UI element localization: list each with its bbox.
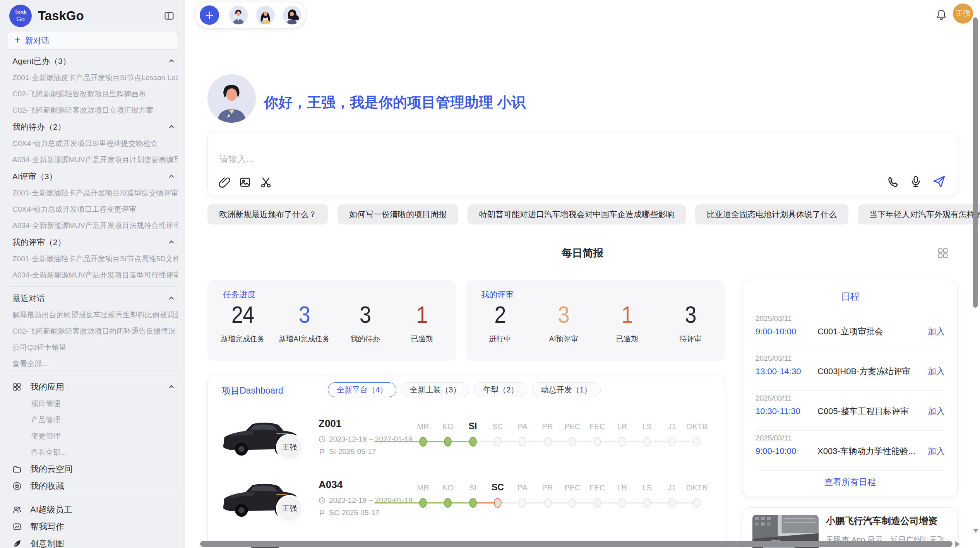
stat-review-overdue: 1 已逾期 [606,304,648,344]
divider [8,286,177,287]
app-item-change[interactable]: 变更管理 [7,428,178,444]
daily-briefing-title: 每日简报 [207,246,958,260]
scissors-icon[interactable] [260,176,272,188]
layout-grid-icon[interactable] [937,247,949,259]
stat-label: 待评审 [669,334,712,344]
new-chat-button[interactable]: + 新对话 [7,32,178,50]
horizontal-scrollbar[interactable] [200,541,953,547]
milestone-label: PEC [564,483,580,492]
milestone-label: SI [469,483,476,492]
my-apps-label: 我的应用 [30,381,64,393]
plus-icon: + [14,35,21,45]
sidebar-item[interactable]: A034-全新新能源MUV产品开发项目计划变更表编写 [7,152,178,168]
sidebar-item-write-helper[interactable]: 帮我写作 [7,518,178,535]
sidebar-item-cloud-space[interactable]: 我的云空间 [7,461,178,478]
stat-pending-review: 3 待评审 [669,304,712,344]
agent-avatar[interactable] [256,6,275,24]
sidebar-item[interactable]: Z001-全新燃油皮卡产品开发项目SI节点Lesson Learn报告 [7,70,178,86]
tab-powertrain[interactable]: 动总开发（1） [532,382,600,397]
microphone-icon[interactable] [910,175,922,188]
join-link[interactable]: 加入 [928,406,945,417]
recent-item[interactable]: C02-飞腾新能源轻客改款项目的闭环通告反馈情况 [7,323,178,339]
sidebar-section-my-todo[interactable]: 我的待办（2） [7,118,178,135]
sidebar-item[interactable]: Z001-全新燃油轻卡产品开发项目SI造型提交物评审 [7,185,178,201]
chat-input[interactable] [219,154,761,164]
dashboard-title: 项目Dashboard [222,385,283,397]
section-count: （3） [50,56,71,67]
app-item-project[interactable]: 项目管理 [7,396,178,412]
vertical-scrollbar[interactable] [973,17,978,308]
divider [8,498,177,498]
milestone-label: PA [518,483,528,492]
suggestion-chip[interactable]: 如何写一份清晰的项目周报 [338,204,458,224]
suggestion-chip[interactable]: 特朗普可能对进口汽车增税会对中国车企造成哪些影响 [468,204,686,224]
sidebar-item[interactable]: A034-全新新能源MUV产品开发项目造型可行性评审 [7,267,178,283]
schedule-date: 2025/03/11 [756,394,792,402]
sidebar-item[interactable]: C0X4-动力总成开发项目SI里程碑提交物检查 [7,135,178,152]
section-title: 我的待办 [12,122,45,132]
stat-value: 1 [416,301,427,328]
notification-bell-icon[interactable] [935,9,947,20]
sidebar-collapse-icon[interactable] [163,9,176,22]
user-avatar[interactable]: 王强 [953,3,973,24]
milestone-dot [668,437,676,447]
sidebar-item[interactable]: C02-飞腾新能源轻客改款项目里程碑画布 [7,86,178,102]
schedule-time: 10:30-11:30 [756,406,817,416]
logo-line2: Go [16,16,24,23]
suggestion-chip[interactable]: 比亚迪全固态电池计划具体说了什么 [695,204,848,224]
sidebar-item[interactable]: C0X4-动力总成开发项目工程变更评审 [7,201,178,217]
section-count: （2） [45,122,66,132]
chevron-up-icon [168,384,175,390]
sidebar-item-ai-employee[interactable]: AI超级员工 [7,501,178,518]
milestone-dot [693,437,701,447]
star-circle-icon [12,481,22,491]
sidebar-section-recent[interactable]: 最近对话 [7,290,178,307]
scroll-right-arrow[interactable] [955,541,960,547]
view-all-schedule-link[interactable]: 查看所有日程 [743,476,957,488]
sidebar-item-favorites[interactable]: 我的收藏 [7,478,178,495]
sidebar-section-my-review[interactable]: 我的评审（2） [7,234,178,251]
send-icon[interactable] [932,175,946,188]
phone-call-icon[interactable] [887,175,899,188]
sidebar-item[interactable]: A034-全新新能源MUV产品开发项目法规符合性评审 [7,217,178,234]
suggestion-chip[interactable]: 欧洲新规最近颁布了什么？ [207,204,328,224]
attachment-icon[interactable] [218,176,230,188]
project-row[interactable]: 王强 A034 2023-12-19 ~ 2026-01-19 SC-2025-… [208,475,725,536]
join-link[interactable]: 加入 [928,326,945,337]
recent-item[interactable]: 解释最新出台的欧盟报废车法规再生塑料比例被调至15%... [7,307,178,323]
schedule-time: 13:00-14:30 [756,366,817,377]
sidebar-item[interactable]: Z001-全新燃油轻卡产品开发项目SI节点属性5D文件评审 [7,251,178,267]
schedule-time: 9:00-10:00 [756,446,817,456]
stat-new-done: 24 新增完成任务 [221,304,265,344]
agent-avatar[interactable] [283,6,302,24]
sidebar-item-creative-draw[interactable]: 创意制图 [7,535,178,548]
schedule-date: 2025/03/11 [756,314,792,323]
section-count: （2） [45,237,66,248]
app-item-product[interactable]: 产品管理 [7,412,178,428]
image-icon[interactable] [239,176,251,188]
sidebar-section-agent-done[interactable]: Agent已办（3） [7,53,178,70]
sidebar-item-my-apps[interactable]: 我的应用 [7,378,178,396]
project-row[interactable]: 王强 Z001 2023-12-19 ~ 2027-01-19 SI-2025-… [208,414,725,475]
apps-view-all[interactable]: 查看全部... [7,444,178,461]
stat-label: 进行中 [479,334,521,344]
add-agent-button[interactable]: + [200,5,219,25]
tab-new-body[interactable]: 全新上装（3） [401,382,469,397]
milestone-dot [593,437,601,447]
milestone-dot [618,498,626,508]
milestone-dot [469,437,477,447]
agent-avatar[interactable] [229,6,248,24]
sidebar-section-ai-review[interactable]: AI评审（3） [7,168,178,185]
join-link[interactable]: 加入 [928,445,945,457]
sidebar-item[interactable]: C02-飞腾新能源轻客改款项目立项汇报方案 [7,102,178,118]
scroll-down-arrow[interactable] [973,529,978,533]
suggestion-chip[interactable]: 当下年轻人对汽车外观有怎样的喜好趋势 [858,204,980,224]
people-icon [12,505,22,514]
stat-overdue: 1 已逾期 [401,304,443,344]
tab-new-platform[interactable]: 全新平台（4） [328,382,396,397]
join-link[interactable]: 加入 [928,366,945,377]
tab-model-year[interactable]: 年型（2） [474,382,527,397]
recent-view-all[interactable]: 查看全部... [7,356,178,372]
recent-item[interactable]: 公司Q3轻卡销量 [7,339,178,356]
milestone-label: PEC [564,422,580,431]
